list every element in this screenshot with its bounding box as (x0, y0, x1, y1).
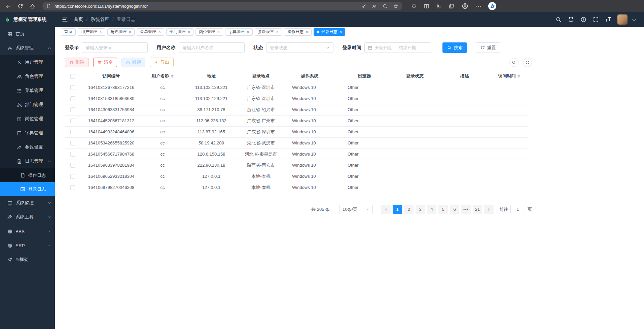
tab-dict-management[interactable]: 字典管理× (225, 28, 253, 36)
row-checkbox[interactable] (70, 141, 75, 145)
browser-back-button[interactable] (3, 1, 13, 11)
table-row[interactable]: 1641044520567181312cc112.96.225.132广东省-广… (65, 115, 528, 126)
collapse-sidebar-icon[interactable] (62, 16, 68, 23)
tab-user-management[interactable]: 用户管理× (78, 28, 105, 36)
help-icon[interactable] (580, 17, 586, 23)
breadcrumb-item[interactable]: 系统管理 (91, 17, 109, 23)
page-4-button[interactable]: 4 (427, 205, 436, 214)
sidebar-item-erp[interactable]: ERP (0, 238, 55, 253)
row-checkbox[interactable] (70, 107, 75, 112)
app-logo[interactable]: 意框架管理系统 (0, 12, 55, 27)
sidebar-item-system-management[interactable]: 系统管理 (0, 41, 55, 55)
login-ip-input[interactable] (82, 42, 148, 53)
row-checkbox[interactable] (70, 119, 75, 123)
table-row[interactable]: 1641043063331753984cc39.171.210.78浙江省-绍兴… (65, 104, 528, 115)
sidebar-item-menu-management[interactable]: 菜单管理 (0, 84, 55, 98)
close-tab-icon[interactable]: × (247, 30, 249, 34)
unlock-button[interactable]: 解锁 (121, 58, 145, 67)
page-3-button[interactable]: 3 (416, 205, 425, 214)
goto-page-input[interactable] (510, 205, 525, 214)
table-row[interactable]: 1641069652933218304cc127.0.0.1本地-本机Windo… (65, 171, 528, 182)
close-tab-icon[interactable]: × (339, 30, 342, 34)
export-button[interactable]: 导出 (150, 58, 174, 67)
browser-menu-icon[interactable] (476, 3, 481, 9)
reset-button[interactable]: 重置 (476, 42, 500, 53)
browser-profile-button[interactable] (461, 2, 469, 10)
page-5-button[interactable]: 5 (438, 205, 448, 214)
table-row[interactable]: 1641031367863177216cc113.102.129.221广东省-… (65, 82, 528, 93)
address-bar[interactable]: https://ccnetcore.com:1101/system/log/lo… (42, 2, 402, 10)
date-range-picker[interactable]: 开始日期 - 结束日期 (364, 42, 431, 53)
prev-page-button[interactable] (381, 205, 391, 214)
delete-button[interactable]: 删除 (65, 58, 89, 67)
table-row[interactable]: 1641044993248464896cc113.87.92.165广东省-深圳… (65, 126, 528, 137)
tab-operation-log[interactable]: 操作日志× (284, 28, 312, 36)
browser-essentials-icon[interactable] (411, 3, 417, 9)
header-search-icon[interactable] (556, 17, 562, 23)
sidebar-item-param-settings[interactable]: 参数设置 (0, 140, 55, 154)
sidebar-item-home[interactable]: 首页 (0, 27, 55, 41)
copilot-button[interactable]: b (488, 2, 496, 10)
next-page-button[interactable] (484, 205, 494, 214)
clear-button[interactable]: 清空 (93, 58, 117, 67)
sidebar-item-operation-log[interactable]: 操作日志 (0, 168, 55, 182)
page-size-select[interactable]: 10条/页 (339, 205, 373, 214)
close-tab-icon[interactable]: × (217, 30, 220, 34)
sort-icon[interactable] (517, 74, 520, 78)
table-row[interactable]: 1641069798270046208cc127.0.0.1本地-本机Windo… (65, 182, 528, 193)
avatar-caret-icon[interactable] (631, 17, 637, 23)
refresh-table-button[interactable] (523, 58, 532, 67)
close-tab-icon[interactable]: × (188, 30, 190, 34)
browser-home-button[interactable] (28, 1, 37, 11)
sidebar-item-yi-framework[interactable]: Yi框架 (0, 253, 55, 267)
font-size-icon[interactable]: TT (605, 17, 611, 22)
table-row[interactable]: 1641031533185863680cc113.102.129.221广东省-… (65, 93, 528, 104)
username-input[interactable] (179, 42, 245, 53)
close-tab-icon[interactable]: × (158, 30, 161, 34)
column-header[interactable]: 用户名称 (142, 70, 183, 82)
tab-dept-management[interactable]: 部门管理× (166, 28, 194, 36)
page-6-button[interactable]: 6 (450, 205, 459, 214)
tab-login-log[interactable]: 登录日志× (314, 28, 346, 36)
row-checkbox[interactable] (70, 85, 75, 90)
zoom-out-icon[interactable] (383, 4, 388, 9)
sort-icon[interactable] (171, 74, 174, 78)
table-row[interactable]: 1641053426655825920cc58.19.42.209湖北省-武汉市… (65, 137, 528, 149)
sidebar-item-login-log[interactable]: 登录日志 (0, 182, 55, 196)
sidebar-item-bbs[interactable]: BBS (0, 224, 55, 238)
page-1-button[interactable]: 1 (393, 205, 402, 214)
github-icon[interactable] (568, 17, 574, 23)
sidebar-item-role-management[interactable]: 角色管理 (0, 69, 55, 84)
row-checkbox[interactable] (70, 174, 75, 179)
row-checkbox[interactable] (70, 163, 75, 168)
row-checkbox[interactable] (70, 185, 75, 190)
tab-menu-management[interactable]: 菜单管理× (137, 28, 164, 36)
page-21-button[interactable]: 21 (473, 205, 482, 214)
sidebar-item-dict-management[interactable]: 字典管理 (0, 126, 55, 140)
close-tab-icon[interactable]: × (306, 30, 308, 34)
tab-home[interactable]: 首页 (61, 28, 76, 36)
collections-icon[interactable] (449, 3, 454, 9)
fullscreen-icon[interactable] (593, 17, 599, 23)
user-avatar[interactable] (617, 14, 628, 25)
url-text[interactable]: https://ccnetcore.com:1101/system/log/lo… (55, 4, 361, 9)
password-key-icon[interactable] (361, 4, 366, 9)
sidebar-item-system-monitor[interactable]: 系统监控 (0, 196, 55, 210)
tab-post-management[interactable]: 岗位管理× (195, 28, 223, 36)
close-tab-icon[interactable]: × (276, 30, 279, 34)
favorite-star-icon[interactable] (393, 4, 398, 9)
split-screen-icon[interactable] (424, 3, 429, 9)
tab-role-management[interactable]: 角色管理× (107, 28, 135, 36)
search-button[interactable]: 搜索 (442, 42, 467, 53)
favorites-bar-icon[interactable] (436, 3, 442, 9)
select-all-checkbox[interactable] (70, 74, 75, 79)
row-checkbox[interactable] (70, 152, 75, 157)
column-header[interactable]: 访问时间 (491, 70, 528, 82)
sidebar-item-dept-management[interactable]: 部门管理 (0, 98, 55, 112)
show-search-toggle-button[interactable] (509, 58, 518, 67)
sidebar-item-user-management[interactable]: 用户管理 (0, 55, 55, 69)
table-row[interactable]: 1641054566717984768cc120.6.150.158河北省-秦皇… (65, 149, 528, 160)
close-tab-icon[interactable]: × (99, 30, 102, 34)
close-tab-icon[interactable]: × (129, 30, 132, 34)
row-checkbox[interactable] (70, 130, 75, 134)
